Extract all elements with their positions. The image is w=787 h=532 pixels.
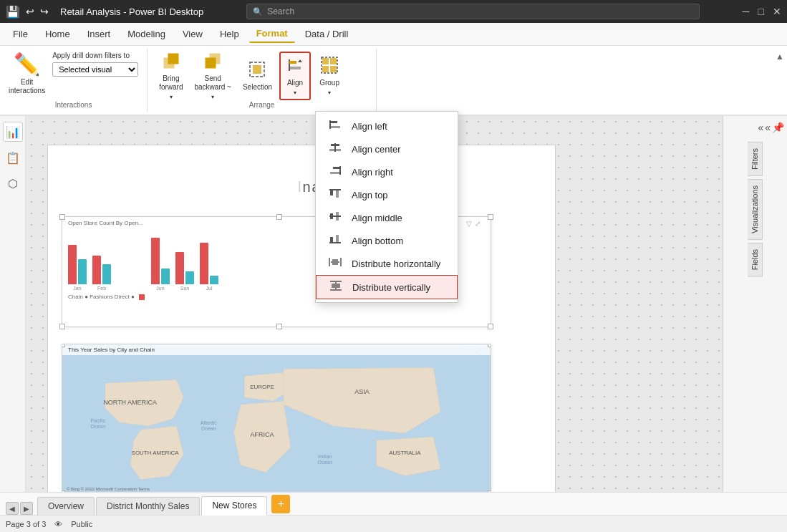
ribbon: ✏️ Editinteractions Apply drill down fil… — [0, 46, 787, 116]
svg-text:Indian: Indian — [318, 454, 332, 459]
align-bottom-label: Align bottom — [352, 236, 403, 246]
svg-rect-25 — [330, 190, 333, 195]
align-caret: ▾ — [294, 90, 296, 96]
svg-text:NORTH AMERICA: NORTH AMERICA — [103, 399, 157, 406]
send-backward-icon — [204, 52, 221, 72]
chart-expand-icon[interactable]: ⤢ — [475, 220, 481, 228]
svg-rect-40 — [332, 284, 340, 288]
svg-text:Ocean: Ocean — [91, 424, 106, 429]
page-prev-button[interactable]: ◀ — [6, 502, 19, 515]
sidebar-table-icon[interactable]: 📋 — [3, 147, 23, 168]
tab-district-monthly[interactable]: District Monthly Sales — [96, 497, 200, 515]
align-middle-label: Align middle — [352, 213, 402, 223]
menu-modeling[interactable]: Modeling — [120, 26, 173, 42]
maximize-button[interactable]: □ — [758, 6, 764, 17]
tab-new-stores[interactable]: New Stores — [201, 496, 267, 516]
add-page-button[interactable]: + — [271, 495, 290, 513]
apply-drill-section: Apply drill down filters to Selected vis… — [52, 52, 138, 77]
svg-text:ASIA: ASIA — [354, 388, 369, 395]
panel-collapse-icon[interactable]: « — [765, 122, 771, 133]
svg-text:Ocean: Ocean — [201, 426, 216, 431]
right-panel: « « 📌 Filters Visualizations Fields — [723, 116, 787, 492]
align-left-label: Align left — [352, 121, 387, 132]
menu-datadrill[interactable]: Data / Drill — [298, 26, 356, 42]
align-middle-icon — [327, 211, 343, 224]
svg-rect-3 — [206, 58, 216, 68]
panel-pin-icon[interactable]: 📌 — [772, 122, 784, 133]
app-title: Retail Analysis - Power BI Desktop — [60, 6, 203, 17]
fields-panel-tab[interactable]: Fields — [748, 243, 763, 276]
chart-filter-icon[interactable]: ▽ — [466, 220, 472, 228]
svg-rect-26 — [336, 190, 339, 198]
group-button[interactable]: Group ▾ — [314, 52, 345, 100]
svg-rect-13 — [330, 66, 337, 72]
filters-panel-tab[interactable]: Filters — [748, 142, 763, 176]
sidebar-chart-icon[interactable]: 📊 — [3, 122, 23, 142]
edit-interactions-label: Editinteractions — [9, 78, 45, 95]
title-bar: 💾 ↩ ↪ Retail Analysis - Power BI Desktop… — [0, 0, 787, 23]
svg-rect-1 — [168, 54, 178, 64]
map-branding: © Bing © 2022 Microsoft Corporation Term… — [67, 487, 150, 491]
apply-drill-select[interactable]: Selected visual — [52, 62, 138, 77]
tab-overview[interactable]: Overview — [37, 497, 95, 515]
send-backward-button[interactable]: Sendbackward ~ ▾ — [190, 52, 236, 100]
page-info: Page 3 of 3 — [6, 520, 46, 528]
svg-rect-31 — [330, 237, 333, 243]
align-left-item[interactable]: Align left — [316, 115, 458, 137]
undo-icon[interactable]: ↩ — [26, 6, 34, 17]
ribbon-arrange-section: Bringforward ▾ Sendbackward ~ ▾ — [148, 49, 377, 112]
svg-text:AFRICA: AFRICA — [251, 431, 274, 438]
visibility-icon: 👁 — [54, 520, 62, 528]
menu-format[interactable]: Format — [249, 25, 295, 43]
align-label: Align — [287, 79, 303, 87]
interactions-section-label: Interactions — [55, 101, 92, 109]
status-bar: Page 3 of 3 👁 Public — [0, 515, 787, 532]
align-top-icon — [327, 188, 343, 201]
menu-view[interactable]: View — [175, 26, 210, 42]
align-button[interactable]: Align ▾ — [279, 52, 311, 100]
group-label: Group — [319, 79, 339, 87]
align-center-item[interactable]: Align center — [316, 137, 458, 160]
bring-forward-button[interactable]: Bringforward ▾ — [155, 52, 187, 100]
svg-rect-8 — [289, 67, 301, 69]
align-right-label: Align right — [352, 167, 393, 178]
panel-collapse-all-icon[interactable]: « — [758, 122, 763, 133]
menu-help[interactable]: Help — [213, 26, 246, 42]
distribute-horizontally-item[interactable]: Distribute horizontally — [316, 252, 458, 275]
ribbon-interactions-section: ✏️ Editinteractions Apply drill down fil… — [0, 49, 148, 112]
page-next-button[interactable]: ▶ — [20, 502, 33, 515]
align-right-icon — [327, 165, 343, 178]
svg-rect-17 — [330, 126, 340, 128]
menu-file[interactable]: File — [6, 26, 35, 42]
distribute-horizontally-label: Distribute horizontally — [352, 258, 440, 269]
chart-widget-controls: ▽ ⤢ — [466, 220, 481, 228]
redo-icon[interactable]: ↪ — [40, 6, 49, 17]
group-caret: ▾ — [328, 90, 331, 96]
svg-marker-9 — [298, 59, 302, 62]
menu-home[interactable]: Home — [38, 26, 77, 42]
align-top-item[interactable]: Align top — [316, 183, 458, 206]
svg-rect-32 — [336, 235, 339, 243]
align-middle-item[interactable]: Align middle — [316, 206, 458, 229]
ribbon-collapse-icon[interactable]: ▲ — [776, 52, 784, 62]
svg-text:Pacific: Pacific — [91, 418, 106, 423]
minimize-button[interactable]: ─ — [743, 6, 750, 17]
save-icon[interactable]: 💾 — [6, 5, 20, 19]
align-left-icon — [327, 120, 343, 132]
distribute-horizontally-icon — [327, 257, 343, 270]
align-bottom-item[interactable]: Align bottom — [316, 229, 458, 252]
align-dropdown: Align left Align center Align right Alig… — [315, 111, 458, 303]
menu-insert[interactable]: Insert — [80, 26, 118, 42]
svg-rect-35 — [332, 259, 338, 265]
map-widget[interactable]: This Year Sales by City and Chain NORTH … — [62, 344, 491, 492]
align-right-item[interactable]: Align right — [316, 160, 458, 183]
selection-button[interactable]: Selection — [238, 52, 276, 100]
edit-interactions-button[interactable]: ✏️ Editinteractions — [9, 52, 45, 95]
public-label: Public — [71, 520, 92, 528]
search-bar[interactable]: 🔍 Search — [246, 4, 699, 19]
sidebar-model-icon[interactable]: ⬡ — [3, 173, 23, 193]
distribute-vertically-item[interactable]: Distribute vertically — [316, 275, 458, 299]
close-button[interactable]: ✕ — [773, 6, 781, 17]
visualizations-panel-tab[interactable]: Visualizations — [748, 179, 763, 240]
bring-forward-caret: ▾ — [170, 94, 173, 100]
